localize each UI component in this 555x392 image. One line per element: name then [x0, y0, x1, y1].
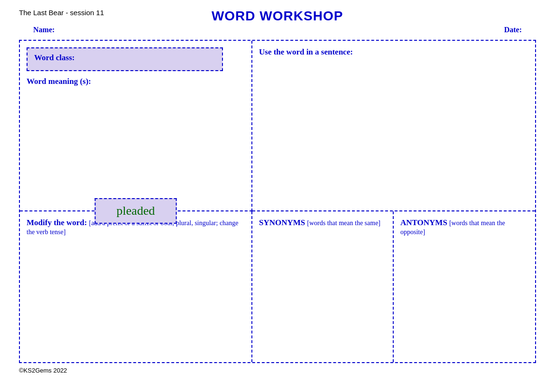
word-class-label: Word class: — [34, 53, 74, 62]
modify-bold-label: Modify the word: — [27, 218, 87, 227]
center-word-text: pleaded — [117, 204, 155, 218]
page-title: WORD WORKSHOP — [104, 9, 451, 24]
session-label: The Last Bear - session 11 — [19, 9, 104, 17]
synonyms-detail-label: [words that mean the same] — [307, 219, 380, 227]
antonyms-label-row: ANTONYMS [words that mean the opposite] — [400, 218, 528, 236]
use-in-sentence-label: Use the word in a sentence: — [259, 47, 353, 56]
name-label: Name: — [33, 26, 55, 34]
worksheet: Word class: Word meaning (s): pleaded Us… — [19, 40, 536, 363]
top-right-section: Use the word in a sentence: — [252, 41, 535, 211]
synonyms-label-row: SYNONYMS [words that mean the same] — [259, 218, 386, 228]
bottom-middle-section: SYNONYMS [words that mean the same] — [252, 211, 394, 362]
word-meaning-section: Word meaning (s): — [27, 77, 245, 86]
center-word-box: pleaded — [95, 198, 177, 224]
synonyms-bold-label: SYNONYMS — [259, 218, 305, 227]
antonyms-bold-label: ANTONYMS — [400, 218, 447, 227]
word-class-box: Word class: — [27, 47, 223, 71]
date-label: Date: — [504, 26, 522, 34]
bottom-right-section: ANTONYMS [words that mean the opposite] — [394, 211, 535, 362]
word-meaning-label: Word meaning (s): — [27, 77, 91, 86]
copyright-label: ©KS2Gems 2022 — [19, 367, 67, 374]
bottom-left-section: Modify the word: [add a prefix or a suff… — [20, 211, 252, 362]
top-left-section: Word class: Word meaning (s): pleaded — [20, 41, 252, 211]
